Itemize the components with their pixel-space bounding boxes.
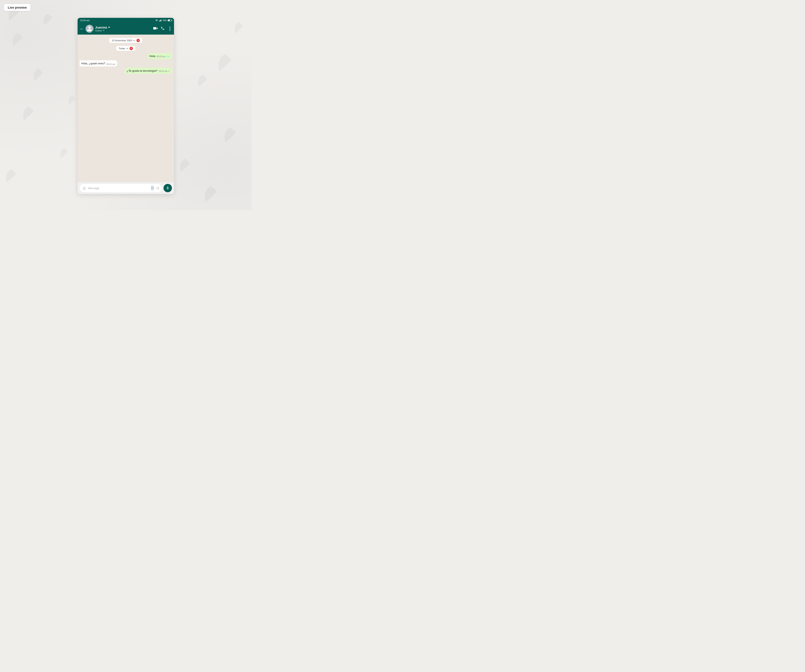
- input-bar: ☺ Message 📎 ⊙: [77, 182, 174, 194]
- message-placeholder: Message: [88, 187, 148, 190]
- leaf-4: [216, 53, 235, 75]
- svg-rect-9: [160, 20, 161, 21]
- tick-single-3: ✓: [168, 69, 170, 73]
- svg-rect-7: [159, 21, 159, 21]
- date-delete-btn-1[interactable]: ×: [136, 39, 140, 42]
- svg-point-6: [156, 21, 157, 21]
- signal-icon: [159, 19, 162, 21]
- contact-name: Juanma ✏: [95, 26, 151, 29]
- leaf-10: [202, 184, 220, 206]
- svg-line-3: [25, 107, 29, 120]
- leaf-14: [178, 157, 193, 175]
- date-label-2: Today: [119, 47, 125, 50]
- message-text-2: Hola, ¿quién eres?: [81, 62, 105, 66]
- chat-header: ← Juanma ✏ Online ✏: [77, 23, 174, 35]
- leaf-6: [21, 105, 37, 124]
- date-delete-btn-2[interactable]: ×: [130, 47, 133, 50]
- avatar: [85, 25, 94, 33]
- camera-button[interactable]: ⊙: [156, 186, 159, 191]
- leaf-5: [196, 73, 210, 90]
- status-icons: 50%: [155, 19, 171, 21]
- status-time: 10:04 am: [80, 19, 90, 21]
- message-content-2: Hola, ¿quién eres? 08:42 am: [81, 62, 115, 66]
- leaf-3: [10, 31, 25, 49]
- online-indicator: [91, 31, 93, 33]
- status-bar: 10:04 am 50%: [77, 18, 174, 23]
- message-time-2: 08:42 am: [107, 63, 115, 66]
- leaf-11: [233, 21, 245, 36]
- date-label-1: 15 November 2003: [112, 39, 132, 42]
- video-icon: [153, 26, 158, 30]
- svg-rect-10: [161, 20, 161, 21]
- svg-line-4: [8, 169, 12, 182]
- message-time-1: 08:42 am: [156, 55, 165, 58]
- message-content-1: Hola 08:42 am ✓✓: [150, 54, 170, 58]
- date-separator-2: Today ✏ ×: [80, 46, 172, 51]
- video-call-button[interactable]: [153, 26, 158, 31]
- svg-rect-8: [159, 20, 160, 21]
- date-edit-icon-1[interactable]: ✏: [133, 39, 135, 42]
- svg-line-2: [221, 54, 225, 71]
- message-meta-2: 08:42 am: [107, 63, 115, 66]
- message-meta-3: 08:42 am ✓: [159, 69, 170, 73]
- message-meta-1: 08:42 am ✓✓: [156, 55, 170, 59]
- edit-name-icon[interactable]: ✏: [108, 26, 110, 29]
- mic-button[interactable]: [164, 184, 172, 192]
- contact-status: Online ✏: [95, 29, 151, 32]
- message-time-3: 08:42 am: [159, 70, 168, 73]
- live-preview-badge: Live preview: [4, 4, 31, 11]
- message-text-3: ¿Te gusta la tecnología?: [127, 69, 158, 73]
- wifi-icon: [155, 19, 158, 21]
- battery-icon: [168, 19, 171, 21]
- emoji-button[interactable]: ☺: [82, 186, 86, 191]
- edit-status-icon[interactable]: ✏: [103, 29, 105, 32]
- svg-line-5: [35, 69, 39, 81]
- mic-icon: [166, 186, 169, 190]
- svg-line-1: [45, 14, 48, 25]
- message-row-2: Hola, ¿quién eres? 08:42 am: [80, 61, 172, 66]
- leaf-12: [67, 94, 77, 107]
- more-options-button[interactable]: ⋮: [168, 26, 172, 31]
- message-row-3: ¿Te gusta la tecnología? 08:42 am ✓: [80, 68, 172, 74]
- message-bubble-1: Hola 08:42 am ✓✓: [148, 53, 172, 59]
- leaf-7: [222, 126, 239, 146]
- date-pill-1: 15 November 2003 ✏ ×: [109, 38, 143, 43]
- message-bubble-2: Hola, ¿quién eres? 08:42 am: [80, 61, 117, 66]
- leaf-8: [59, 147, 70, 161]
- message-row-1: Hola 08:42 am ✓✓: [80, 53, 172, 59]
- header-actions: ⋮: [153, 26, 172, 31]
- leaf-9: [4, 168, 19, 186]
- attachment-button[interactable]: 📎: [149, 185, 156, 191]
- contact-info: Juanma ✏ Online ✏: [95, 26, 151, 32]
- message-content-3: ¿Te gusta la tecnología? 08:42 am ✓: [127, 69, 170, 73]
- leaf-13: [31, 67, 46, 84]
- leaf-2: [42, 13, 54, 28]
- date-pill-2: Today ✏ ×: [116, 46, 135, 51]
- phone-mockup: 10:04 am 50% ←: [77, 18, 174, 194]
- phone-icon: [161, 26, 164, 30]
- battery-percent: 50%: [163, 19, 167, 21]
- message-bubble-3: ¿Te gusta la tecnología? 08:42 am ✓: [125, 68, 172, 74]
- phone-call-button[interactable]: [161, 26, 164, 31]
- message-text-1: Hola: [150, 54, 155, 58]
- tick-double-blue-1: ✓✓: [166, 55, 170, 59]
- message-input-wrapper: ☺ Message 📎 ⊙: [80, 184, 162, 192]
- date-edit-icon-2[interactable]: ✏: [127, 47, 128, 50]
- chat-body: 15 November 2003 ✏ × Today ✏ × Hola 08:4…: [77, 35, 174, 182]
- back-button[interactable]: ←: [80, 26, 84, 31]
- date-separator-1: 15 November 2003 ✏ ×: [80, 38, 172, 43]
